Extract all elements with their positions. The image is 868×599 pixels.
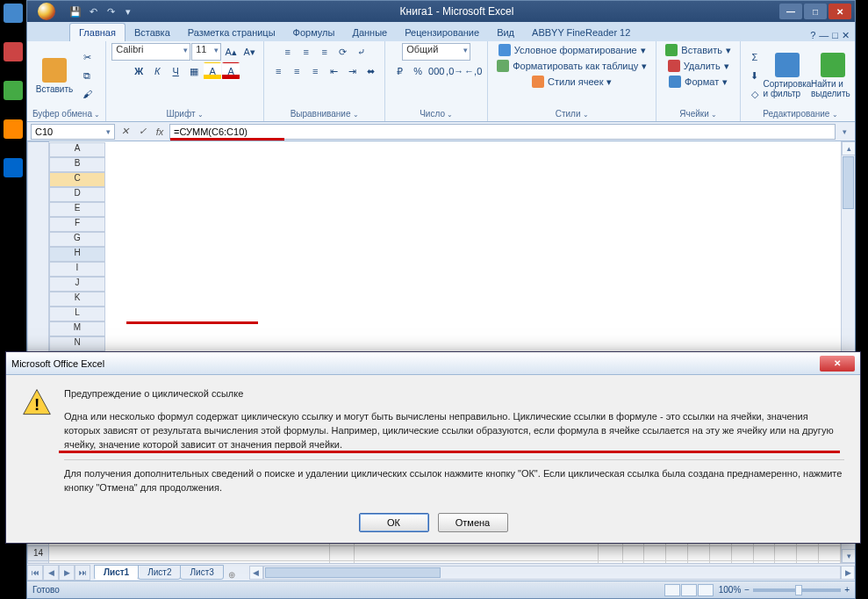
ribbon-restore-icon[interactable]: □ xyxy=(832,30,838,41)
cancel-button[interactable]: Отмена xyxy=(438,513,508,532)
grow-font-icon[interactable]: A▴ xyxy=(222,43,240,61)
col-header-J[interactable]: J xyxy=(49,277,105,292)
scroll-up-icon[interactable]: ▴ xyxy=(842,141,855,155)
group-label[interactable]: Буфер обмена xyxy=(32,108,100,119)
col-header-I[interactable]: I xyxy=(49,262,105,277)
tab-insert[interactable]: Вставка xyxy=(126,24,179,41)
cell-N14[interactable] xyxy=(819,545,841,560)
desktop-icon[interactable] xyxy=(2,158,25,193)
cell-F14[interactable] xyxy=(644,545,666,560)
desktop-icon[interactable] xyxy=(2,42,25,77)
tab-review[interactable]: Рецензирование xyxy=(396,24,488,41)
tab-home[interactable]: Главная xyxy=(69,23,126,41)
select-all[interactable] xyxy=(28,142,49,352)
sort-filter-button[interactable]: Сортировка и фильтр xyxy=(765,53,809,98)
maximize-button[interactable]: □ xyxy=(804,4,827,19)
cell-G14[interactable] xyxy=(666,545,688,560)
save-icon[interactable]: 💾 xyxy=(68,4,83,19)
minimize-button[interactable]: — xyxy=(779,4,802,19)
tab-data[interactable]: Данные xyxy=(343,24,396,41)
currency-icon[interactable]: ₽ xyxy=(391,62,408,80)
sheet-last-icon[interactable]: ⏭ xyxy=(75,565,90,581)
cell-J15[interactable] xyxy=(731,560,753,563)
cell-H14[interactable] xyxy=(688,545,710,560)
cell-A15[interactable] xyxy=(49,560,330,563)
sheet-prev-icon[interactable]: ◀ xyxy=(43,565,59,581)
col-header-B[interactable]: B xyxy=(49,157,105,172)
cut-icon[interactable]: ✂ xyxy=(78,48,96,66)
sheet-first-icon[interactable]: ⏮ xyxy=(27,565,43,581)
fill-icon[interactable]: ⬇ xyxy=(746,67,764,84)
border-icon[interactable]: ▦ xyxy=(185,62,203,80)
col-header-D[interactable]: D xyxy=(49,187,105,202)
cancel-icon[interactable]: ✕ xyxy=(117,124,133,140)
indent-inc-icon[interactable]: ⇥ xyxy=(343,62,361,80)
indent-dec-icon[interactable]: ⇤ xyxy=(325,62,342,80)
cell-D14[interactable] xyxy=(599,545,622,560)
comma-icon[interactable]: 000 xyxy=(427,62,445,80)
group-label[interactable]: Редактирование xyxy=(746,108,855,119)
office-button[interactable] xyxy=(31,3,62,20)
cell-L15[interactable] xyxy=(775,560,797,563)
find-select-button[interactable]: Найти и выделить xyxy=(811,53,855,98)
col-header-N[interactable]: N xyxy=(49,336,105,351)
group-label[interactable]: Ячейки xyxy=(662,108,735,119)
cell-B14[interactable] xyxy=(330,545,354,560)
underline-button[interactable]: Ч xyxy=(167,62,184,80)
cell-G15[interactable] xyxy=(666,560,688,563)
group-label[interactable]: Число xyxy=(391,108,482,119)
cell-M14[interactable] xyxy=(797,545,819,560)
formula-input[interactable]: =СУММ(C6:C10) xyxy=(169,124,836,140)
row-header-15[interactable]: 15 xyxy=(28,560,49,563)
view-normal-icon[interactable] xyxy=(664,584,680,596)
cell-D15[interactable] xyxy=(599,560,622,563)
horizontal-scrollbar[interactable]: ◀ ▶ xyxy=(249,566,855,580)
clear-icon[interactable]: ◇ xyxy=(746,85,764,103)
col-header-G[interactable]: G xyxy=(49,232,105,247)
cell-I14[interactable] xyxy=(709,545,731,560)
col-header-E[interactable]: E xyxy=(49,202,105,217)
wrap-text-icon[interactable]: ⤶ xyxy=(353,43,370,61)
cell-B15[interactable] xyxy=(330,560,354,563)
row-header-14[interactable]: 14 xyxy=(28,545,49,560)
scroll-down-icon[interactable]: ▾ xyxy=(842,549,855,563)
desktop-icon[interactable] xyxy=(2,81,25,116)
conditional-format-button[interactable]: Условное форматирование ▾ xyxy=(495,43,649,57)
sheet-tab-2[interactable]: Лист2 xyxy=(138,565,181,580)
format-painter-icon[interactable]: 🖌 xyxy=(78,85,96,103)
orientation-icon[interactable]: ⟳ xyxy=(334,43,352,61)
cell-H15[interactable] xyxy=(688,560,710,563)
percent-icon[interactable]: % xyxy=(409,62,427,80)
insert-cells-button[interactable]: Вставить ▾ xyxy=(662,43,735,57)
cell-E15[interactable] xyxy=(622,560,644,563)
ok-button[interactable]: ОК xyxy=(359,513,429,532)
tab-abbyy[interactable]: ABBYY FineReader 12 xyxy=(523,24,639,41)
undo-icon[interactable]: ↶ xyxy=(85,4,101,19)
shrink-font-icon[interactable]: A▾ xyxy=(240,43,258,61)
cell-L14[interactable] xyxy=(775,545,797,560)
cell-M15[interactable] xyxy=(797,560,819,563)
col-header-M[interactable]: M xyxy=(49,321,105,336)
sheet-next-icon[interactable]: ▶ xyxy=(59,565,75,581)
name-box[interactable]: C10 xyxy=(31,124,115,140)
group-label[interactable]: Шрифт xyxy=(111,108,258,119)
cell-K15[interactable] xyxy=(753,560,775,563)
number-format-combo[interactable]: Общий xyxy=(402,43,470,61)
sheet-tab-3[interactable]: Лист3 xyxy=(180,565,223,580)
col-header-A[interactable]: A xyxy=(49,142,105,157)
font-size-combo[interactable]: 11 xyxy=(191,43,221,61)
delete-cells-button[interactable]: Удалить ▾ xyxy=(664,59,733,73)
enter-icon[interactable]: ✓ xyxy=(134,124,150,140)
fx-icon[interactable]: fx xyxy=(152,124,168,140)
dialog-close-button[interactable]: ✕ xyxy=(820,356,855,372)
cell-C14[interactable] xyxy=(354,545,599,560)
qat-more-icon[interactable]: ▾ xyxy=(120,4,136,19)
align-center-icon[interactable]: ≡ xyxy=(288,62,305,80)
expand-formula-icon[interactable]: ▾ xyxy=(837,124,851,140)
cell-F15[interactable] xyxy=(644,560,666,563)
scroll-thumb[interactable] xyxy=(265,567,441,578)
cell-A14[interactable] xyxy=(49,545,330,560)
paste-button[interactable]: Вставить xyxy=(32,58,76,94)
inc-decimal-icon[interactable]: ,0→ xyxy=(446,62,463,80)
format-cells-button[interactable]: Формат ▾ xyxy=(665,75,731,89)
